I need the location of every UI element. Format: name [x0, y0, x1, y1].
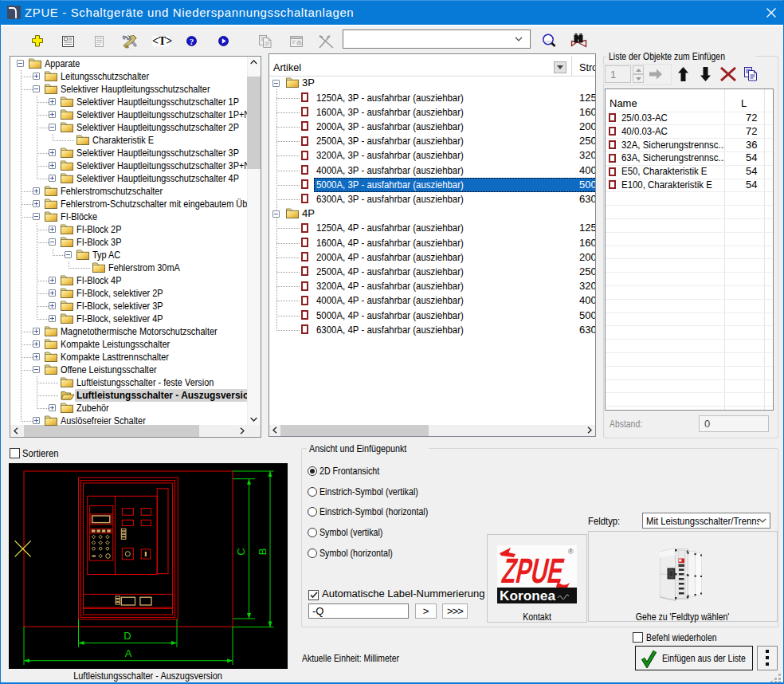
svg-text:D: D — [123, 630, 131, 642]
svg-text:?: ? — [190, 37, 194, 46]
svg-text:®: ® — [568, 548, 574, 556]
svg-text:C: C — [235, 548, 247, 555]
svg-text:B: B — [257, 548, 269, 556]
svg-text:A: A — [125, 647, 132, 659]
svg-text:Koronea: Koronea — [500, 588, 556, 603]
